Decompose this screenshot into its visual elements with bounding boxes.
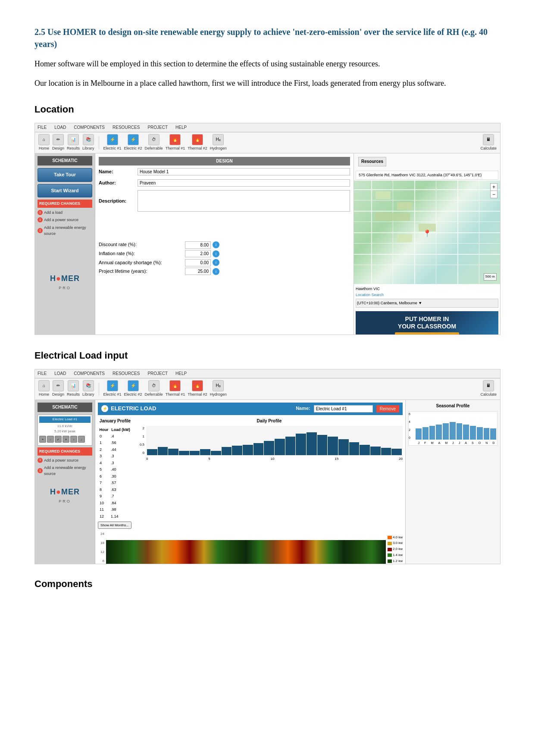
toolbar2-library[interactable]: 📚 Library xyxy=(82,380,94,397)
hour-7: 7.57 xyxy=(99,480,131,486)
toolbar-results[interactable]: 📊 Results xyxy=(67,134,80,151)
menu-components[interactable]: COMPONENTS xyxy=(74,124,105,131)
discount-label: Discount rate (%): xyxy=(99,241,185,249)
author-label: Author: xyxy=(99,179,138,187)
voltage-info: 11.0 kVdc5.20 kW peak xyxy=(39,424,91,435)
author-input[interactable] xyxy=(138,179,350,187)
toolbar-electric2[interactable]: ⚡ Electric #2 xyxy=(124,134,142,151)
s-icon-2: - xyxy=(47,436,54,443)
toolbar2-home[interactable]: ⌂ Home xyxy=(38,380,50,397)
take-tour-button[interactable]: Take Tour xyxy=(38,168,92,182)
timezone-dropdown[interactable]: (UTC+10:00) Canberra, Melbourne ▼ xyxy=(356,299,498,307)
toolbar-electric1[interactable]: ⚡ Electric #1 xyxy=(103,134,122,151)
section-heading: 2.5 Use HOMER to design on-site renewabl… xyxy=(34,26,501,50)
menu2-components[interactable]: COMPONENTS xyxy=(74,370,105,377)
daily-bars xyxy=(146,426,403,456)
location-search-link[interactable]: Location Search xyxy=(356,292,498,298)
menu2-resources[interactable]: RESOURCES xyxy=(113,370,140,377)
menu2-help[interactable]: HELP xyxy=(175,370,187,377)
menu-project[interactable]: PROJECT xyxy=(147,124,168,131)
toolbar2-design[interactable]: ✏ Design xyxy=(52,380,64,397)
toolbar2-calculator[interactable]: 🖩 Calculate xyxy=(480,380,497,397)
desc-input[interactable] xyxy=(138,190,350,212)
capacity-input[interactable] xyxy=(185,259,211,266)
menu-resources[interactable]: RESOURCES xyxy=(113,124,140,131)
toolbar2-thermal1[interactable]: 🔥 Thermal #1 xyxy=(166,380,185,397)
menu2-load[interactable]: LOAD xyxy=(54,370,66,377)
inflation-info-icon[interactable]: i xyxy=(213,250,219,257)
req-circle-2: 1 xyxy=(38,217,43,222)
map-location-text: 575 Glenferrie Rd, Hawthorn VIC 3122, Au… xyxy=(356,171,498,179)
toolbar2-electric2[interactable]: ⚡ Electric #2 xyxy=(124,380,142,397)
homer-menubar-2: FILE LOAD COMPONENTS RESOURCES PROJECT H… xyxy=(35,369,500,378)
req2-circle-1: 1 xyxy=(38,458,43,463)
homer-main-2: SCHEMATIC Electric Load #1 11.0 kVdc5.20… xyxy=(35,400,500,564)
toolbar-thermal1[interactable]: 🔥 Thermal #1 xyxy=(166,134,185,151)
hour-12: 121.14 xyxy=(99,514,131,520)
req-circle-1: 1 xyxy=(38,210,43,215)
s-bar-feb xyxy=(422,427,429,439)
desc-label: Description: xyxy=(99,197,138,205)
menu2-project[interactable]: PROJECT xyxy=(147,370,168,377)
toolbar-deferrable[interactable]: ⏱ Deferrable xyxy=(145,134,163,151)
start-wizard-button[interactable]: Start Wizard xyxy=(38,184,92,198)
profile-section: January Profile HourLoad (kW) 0.4 1.56 2… xyxy=(98,418,403,529)
remove-button[interactable]: Remove xyxy=(376,405,399,412)
author-row: Author: xyxy=(99,179,350,187)
name-input-2[interactable] xyxy=(314,405,373,412)
schematic-icon-row: + - ✓ × ↑ ↓ xyxy=(39,436,91,443)
toolbar2-thermal2[interactable]: 🔥 Thermal #2 xyxy=(188,380,207,397)
location-heading: Location xyxy=(34,102,501,117)
lifetime-info-icon[interactable]: i xyxy=(213,268,219,275)
toolbar-home[interactable]: ⌂ Home xyxy=(38,134,50,151)
map-visual: 📍 + − 500 m xyxy=(354,181,500,284)
lifetime-row: Project lifetime (years): i xyxy=(99,268,350,275)
seasonal-chart: 6 4 2 0 xyxy=(408,411,497,446)
homer-toolbar-1: ⌂ Home ✏ Design 📊 Results 📚 Library ⚡ El… xyxy=(35,132,500,153)
hour-0: 0.4 xyxy=(99,434,131,440)
homer-load-center: ⚡ ELECTRIC LOAD Name: Remove January Pro… xyxy=(95,400,405,564)
menu-file[interactable]: FILE xyxy=(38,124,47,131)
discount-info-icon[interactable]: i xyxy=(213,241,219,248)
hour-5: 5.40 xyxy=(99,467,131,473)
homer-sidebar-2: SCHEMATIC Electric Load #1 11.0 kVdc5.20… xyxy=(35,400,95,564)
components-heading: Components xyxy=(34,576,501,591)
inflation-input[interactable] xyxy=(185,250,211,257)
lifetime-input[interactable] xyxy=(185,268,211,275)
load-icon: ⚡ xyxy=(101,405,108,412)
s-bar-aug xyxy=(463,425,469,440)
location-name: Hawthorn VIC xyxy=(356,286,498,292)
menu-load[interactable]: LOAD xyxy=(54,124,66,131)
toolbar2-hydrogen[interactable]: H₂ Hydrogen xyxy=(210,380,227,397)
load-title-bar: ⚡ ELECTRIC LOAD Name: Remove xyxy=(98,403,403,415)
toolbar-calculator[interactable]: 🖩 Calculate xyxy=(480,134,497,151)
ad-btn[interactable]: CLICK TO LEARN MORE xyxy=(395,332,459,334)
req2-item-2: 1 Add a renewable energy source xyxy=(38,465,92,477)
menu2-file[interactable]: FILE xyxy=(38,370,47,377)
capacity-info-icon[interactable]: i xyxy=(213,259,219,266)
toolbar-hydrogen[interactable]: H₂ Hydrogen xyxy=(210,134,227,151)
show-all-months-btn[interactable]: Show All Months... xyxy=(98,522,131,529)
homer-menubar-1: FILE LOAD COMPONENTS RESOURCES PROJECT H… xyxy=(35,123,500,132)
toolbar-library[interactable]: 📚 Library xyxy=(82,134,94,151)
homer-map-panel: Resources 575 Glenferrie Rd, Hawthorn VI… xyxy=(354,153,500,334)
toolbar2-electric1[interactable]: ⚡ Electric #1 xyxy=(103,380,122,397)
toolbar-design[interactable]: ✏ Design xyxy=(52,134,64,151)
inflation-label: Inflation rate (%): xyxy=(99,250,185,258)
required-changes-label: REQUIRED CHANGES xyxy=(38,200,92,207)
s-bar-oct xyxy=(477,427,483,439)
name-label-2: Name: xyxy=(296,405,310,412)
name-input[interactable] xyxy=(138,168,350,175)
s-bar-jul xyxy=(457,423,463,440)
toolbar2-deferrable[interactable]: ⏱ Deferrable xyxy=(145,380,163,397)
name-label: Name: xyxy=(99,168,138,176)
toolbar2-results[interactable]: 📊 Results xyxy=(67,380,80,397)
homer-main-1: SCHEMATIC Take Tour Start Wizard REQUIRE… xyxy=(35,153,500,334)
menu-help[interactable]: HELP xyxy=(175,124,187,131)
seasonal-label: Seasonal Profile xyxy=(408,403,497,409)
s-bar-apr xyxy=(436,425,442,440)
discount-input[interactable] xyxy=(185,241,211,249)
january-profile: January Profile HourLoad (kW) 0.4 1.56 2… xyxy=(98,418,132,529)
toolbar-thermal2[interactable]: 🔥 Thermal #2 xyxy=(188,134,207,151)
yearly-heatmap xyxy=(106,540,386,563)
